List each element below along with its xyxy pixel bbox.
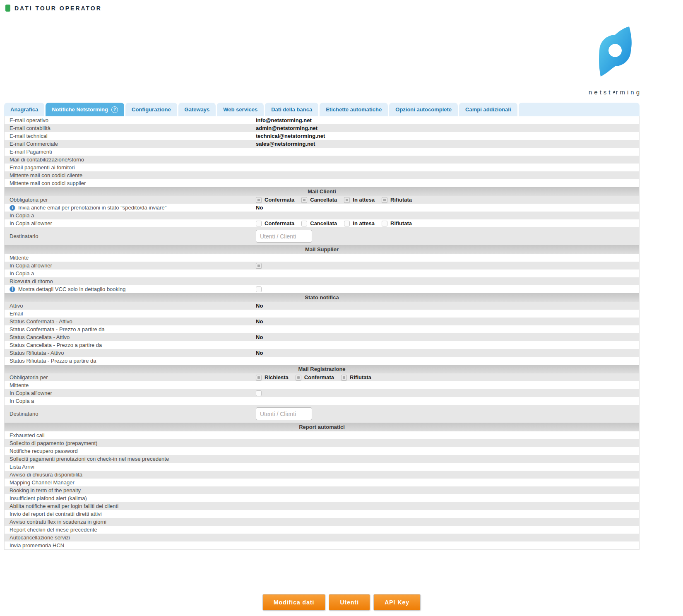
section-header-mail-clienti: Mail Clienti (5, 187, 639, 196)
tab-notifiche-netstorming[interactable]: Notifiche Netstorming (46, 103, 124, 116)
checkbox-rifiutata[interactable] (341, 375, 347, 380)
checkbox-rifiutata[interactable] (382, 221, 387, 226)
checkbox[interactable] (256, 286, 262, 292)
checkbox-in-attesa[interactable] (344, 197, 350, 203)
row-label-text: Avviso di chiusura disponibilità (10, 472, 82, 478)
table-row: Status Rifiutata - Prezzo a partire da (5, 357, 639, 365)
modifica-dati-button[interactable]: Modifica dati (262, 594, 326, 611)
tab-dati-della-banca[interactable]: Dati della banca (265, 103, 318, 116)
api-key-button[interactable]: API Key (373, 594, 421, 611)
row-label-text: In Copia a (10, 212, 34, 219)
row-label-text: Mittente (10, 382, 29, 388)
row-label-text: Report checkin del mese precedente (10, 527, 97, 533)
tab-opzioni-autocomplete[interactable]: Opzioni autocomplete (389, 103, 458, 116)
checkbox[interactable] (256, 263, 262, 269)
checkbox-richiesta[interactable] (256, 375, 262, 380)
table-row: Notifiche recupero password (5, 447, 639, 455)
checkbox-group: RichiestaConfermataRifiutata (256, 374, 375, 380)
checkbox-confermata[interactable] (256, 197, 262, 203)
help-icon[interactable] (111, 106, 118, 113)
row-label-text: E-mail Pagamenti (10, 149, 52, 155)
info-icon (10, 286, 15, 292)
destinatario-input[interactable] (256, 407, 312, 420)
checkbox-in-attesa[interactable] (344, 221, 350, 226)
checkbox-group (256, 390, 262, 396)
tab-gateways[interactable]: Gateways (178, 103, 216, 116)
checkbox-confermata[interactable] (256, 221, 262, 226)
row-label-text: Status Rifiutata - Prezzo a partire da (10, 358, 96, 364)
table-row: Avviso di chiusura disponibilità (5, 471, 639, 479)
row-label-text: In Copia a (10, 270, 34, 277)
row-label: Status Cancellata - Prezzo a partire da (5, 342, 256, 348)
row-label-text: Mail di contabilizzazione/storno (10, 156, 84, 163)
table-row: Exhausted call (5, 431, 639, 439)
tab-anagrafica[interactable]: Anagrafica (4, 103, 44, 116)
row-label: Mittente mail con codici supplier (5, 180, 256, 186)
checkbox[interactable] (256, 390, 262, 396)
row-label: Exhausted call (5, 432, 256, 438)
row-value: No (256, 350, 639, 356)
settings-table: E-mail operativoinfo@netstorming.netE-ma… (4, 116, 640, 550)
checkbox-group (256, 286, 262, 292)
table-row: Insufficient plafond alert (kalima) (5, 494, 639, 502)
checkbox-confermata[interactable] (296, 375, 301, 380)
row-value-text: No (256, 303, 263, 309)
table-row: Invia anche email per prenotazioni in st… (5, 204, 639, 212)
row-label: Booking in term of the penalty (5, 487, 256, 493)
info-icon (10, 205, 15, 211)
row-label: Avviso contratti flex in scadenza in gio… (5, 519, 256, 525)
tab-etichette-automatiche[interactable]: Etichette automatiche (320, 103, 388, 116)
table-row: AttivoNo (5, 302, 639, 310)
table-row: Solleciti pagamenti prenotazioni con che… (5, 455, 639, 463)
row-value: ConfermataCancellataIn attesaRifiutata (256, 197, 639, 203)
checkbox-label: In attesa (353, 220, 375, 226)
row-label-text: In Copia all'owner (10, 262, 52, 269)
checkbox-cancellata[interactable] (301, 221, 307, 226)
checkbox-label: Confermata (304, 374, 334, 380)
row-label-text: Insufficient plafond alert (kalima) (10, 495, 87, 501)
row-label-text: Mapping Channel Manager (10, 479, 75, 486)
row-label: Status Rifiutata - Attivo (5, 350, 256, 356)
tab-configurazione[interactable]: Configurazione (125, 103, 177, 116)
destinatario-input[interactable] (256, 230, 312, 243)
netstorming-logo: netst rming (589, 15, 642, 96)
row-label-text: Lista Arrivi (10, 464, 34, 470)
row-value-text: No (256, 350, 263, 356)
table-row: In Copia all'ownerConfermataCancellataIn… (5, 219, 639, 227)
table-row: Mapping Channel Manager (5, 479, 639, 486)
checkbox-label: In attesa (353, 197, 375, 203)
checkbox-rifiutata[interactable] (382, 197, 387, 203)
row-value: No (256, 205, 639, 211)
row-value-text: No (256, 334, 263, 340)
checkbox-cancellata[interactable] (301, 197, 307, 203)
table-row: Invia promemoria HCN (5, 541, 639, 549)
tab-campi-addizionali[interactable]: Campi addizionali (459, 103, 517, 116)
table-row: Destinatario (5, 405, 639, 423)
row-label: Mapping Channel Manager (5, 479, 256, 486)
row-label-text: Obbligatoria per (10, 197, 48, 203)
row-label-text: Mittente (10, 255, 29, 261)
table-row: In Copia all'owner (5, 262, 639, 270)
row-label-text: E-mail contabilità (10, 125, 51, 131)
tab-web-services[interactable]: Web services (217, 103, 264, 116)
row-label: Attivo (5, 303, 256, 309)
row-label: Destinatario (5, 233, 256, 239)
row-label-text: Booking in term of the penalty (10, 487, 81, 493)
row-value-text: technical@netstorming.net (256, 133, 325, 139)
row-label-text: Status Rifiutata - Attivo (10, 350, 64, 356)
row-label-text: Avviso contratti flex in scadenza in gio… (10, 519, 106, 525)
row-label: In Copia a (5, 212, 256, 219)
table-row: Email (5, 310, 639, 318)
tab-label: Etichette automatiche (326, 106, 382, 113)
tab-label: Notifiche Netstorming (52, 106, 108, 113)
tab-label: Web services (223, 106, 257, 113)
table-row: Lista Arrivi (5, 463, 639, 471)
tab-label: Gateways (185, 106, 210, 113)
row-label: Status Confermata - Prezzo a partire da (5, 326, 256, 332)
utenti-button[interactable]: Utenti (329, 594, 370, 611)
table-row: E-mail Commercialesales@netstorming.net (5, 140, 639, 148)
page-title: DATI TOUR OPERATOR (14, 5, 102, 12)
section-title: Mail Registrazione (298, 366, 345, 372)
row-label: Mittente mail con codici cliente (5, 172, 256, 178)
table-row: Destinatario (5, 227, 639, 245)
